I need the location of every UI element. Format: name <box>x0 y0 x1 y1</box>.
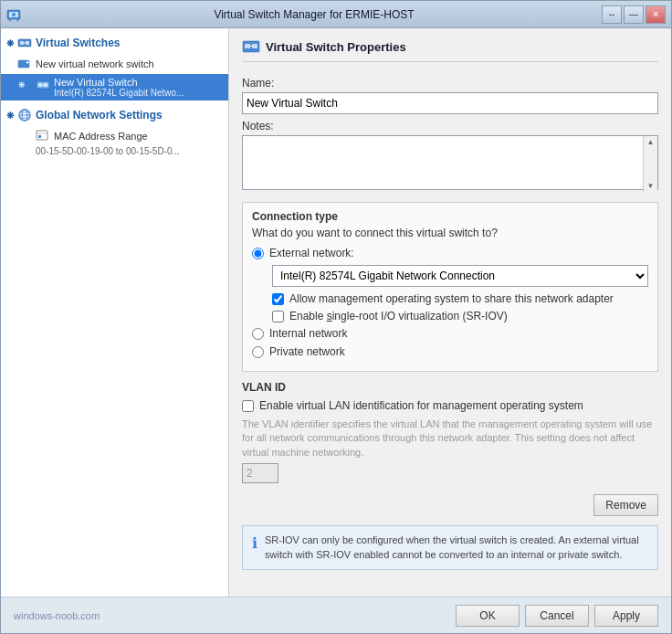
bottom-buttons: OK Cancel Apply <box>456 605 658 627</box>
bottom-bar: windows-noob.com OK Cancel Apply <box>1 597 671 633</box>
ok-button[interactable]: OK <box>456 605 520 627</box>
watermark: windows-noob.com <box>14 610 100 621</box>
svg-line-3 <box>8 19 11 21</box>
vlan-id-title: VLAN ID <box>242 381 658 394</box>
private-network-label: Private network <box>269 345 345 358</box>
sr-iov-checkbox[interactable] <box>272 311 284 322</box>
new-switch-label: New virtual network switch <box>36 58 154 69</box>
name-input[interactable] <box>242 92 658 114</box>
svg-point-2 <box>12 13 16 16</box>
remove-btn-row: Remove <box>242 494 658 516</box>
new-switch-icon: + <box>17 57 32 71</box>
notes-wrapper: ▲ ▼ <box>242 135 658 193</box>
selected-switch-text: New Virtual Switch Intel(R) 82574L Gigab… <box>54 77 184 98</box>
vlan-checkbox-row: Enable virtual LAN identification for ma… <box>242 399 658 412</box>
cancel-button[interactable]: Cancel <box>525 605 589 627</box>
info-text: SR-IOV can only be configured when the v… <box>265 534 648 562</box>
external-network-dropdown-wrapper: Intel(R) 82574L Gigabit Network Connecti… <box>272 265 648 287</box>
external-network-row: External network: <box>252 247 648 259</box>
title-bar-icon <box>6 7 21 22</box>
info-bar: ℹ SR-IOV can only be configured when the… <box>242 525 658 570</box>
mac-address-range-item[interactable]: MAC Address Range <box>1 126 228 146</box>
virtual-switches-icon <box>17 36 32 50</box>
mac-address-range-label: MAC Address Range <box>54 131 148 142</box>
notes-scrollbar[interactable]: ▲ ▼ <box>643 136 657 192</box>
info-icon: ℹ <box>252 534 257 562</box>
global-network-settings-label: Global Network Settings <box>36 109 163 122</box>
close-button[interactable]: ✕ <box>646 5 666 24</box>
internal-network-label: Internal network <box>269 327 347 340</box>
internal-network-radio[interactable] <box>252 328 264 340</box>
virtual-switches-label: Virtual Switches <box>36 37 120 49</box>
name-label: Name: <box>242 77 658 90</box>
vlan-checkbox[interactable] <box>242 400 254 412</box>
remove-button[interactable]: Remove <box>593 494 658 516</box>
title-bar-title: Virtual Switch Manager for ERMIE-HOST <box>26 8 602 21</box>
restore-button[interactable]: ↔ <box>602 5 622 24</box>
svg-rect-6 <box>20 41 24 45</box>
svg-line-4 <box>16 19 19 21</box>
connection-type-question: What do you want to connect this virtual… <box>252 227 648 239</box>
connection-type-title: Connection type <box>252 210 648 223</box>
external-network-dropdown[interactable]: Intel(R) 82574L Gigabit Network Connecti… <box>272 265 648 287</box>
main-content: ❋ Virtual Switches + <box>1 28 671 597</box>
main-window: Virtual Switch Manager for ERMIE-HOST ↔ … <box>0 0 672 634</box>
sr-iov-label: Enable single-root I/O virtualization (S… <box>289 310 508 322</box>
vlan-id-section: VLAN ID Enable virtual LAN identificatio… <box>242 381 658 483</box>
left-panel: ❋ Virtual Switches + <box>1 28 229 597</box>
svg-rect-14 <box>44 83 47 87</box>
global-settings-icon <box>17 108 32 122</box>
internal-network-row: Internal network <box>252 327 648 340</box>
svg-rect-25 <box>245 44 250 48</box>
svg-rect-7 <box>26 41 29 45</box>
selected-switch-name: New Virtual Switch <box>54 77 184 88</box>
svg-rect-23 <box>38 135 41 138</box>
new-switch-item[interactable]: + New virtual network switch <box>1 54 228 74</box>
mac-address-range-value: 00-15-5D-00-19-00 to 00-15-5D-0... <box>1 146 228 158</box>
sr-iov-row: Enable single-root I/O virtualization (S… <box>272 310 648 322</box>
selected-switch-expand-icon: ❋ <box>17 78 32 92</box>
svg-text:+: + <box>26 58 30 67</box>
virtual-switches-header[interactable]: ❋ Virtual Switches <box>1 32 228 54</box>
external-network-label: External network: <box>269 247 354 259</box>
selected-switch-icon <box>36 78 50 92</box>
allow-management-label: Allow management operating system to sha… <box>289 292 614 305</box>
apply-button[interactable]: Apply <box>594 605 658 627</box>
right-panel: Virtual Switch Properties Name: Notes: ▲… <box>229 28 671 597</box>
svg-rect-21 <box>37 131 47 140</box>
private-network-radio[interactable] <box>252 346 264 358</box>
svg-rect-26 <box>252 44 257 48</box>
svg-rect-13 <box>38 83 42 87</box>
scroll-down-arrow[interactable]: ▼ <box>647 182 655 190</box>
notes-label: Notes: <box>242 120 658 132</box>
allow-management-checkbox[interactable] <box>272 293 284 305</box>
notes-textarea[interactable] <box>242 135 658 190</box>
mac-address-icon <box>36 129 50 143</box>
vlan-input[interactable] <box>242 463 278 483</box>
title-bar: Virtual Switch Manager for ERMIE-HOST ↔ … <box>1 1 671 28</box>
expand-icon-vs: ❋ <box>6 38 14 48</box>
vlan-checkbox-label: Enable virtual LAN identification for ma… <box>259 399 583 412</box>
expand-icon-gns: ❋ <box>6 111 14 121</box>
selected-switch-item[interactable]: ❋ New Virtual Switch Intel(R) 82574L Gig… <box>1 74 228 100</box>
panel-header-title: Virtual Switch Properties <box>266 40 406 54</box>
panel-header-icon <box>242 37 260 56</box>
svg-text:❋: ❋ <box>18 80 26 89</box>
selected-switch-adapter: Intel(R) 82574L Gigabit Netwo... <box>54 88 184 98</box>
global-network-settings-header[interactable]: ❋ Global Network Settings <box>1 104 228 126</box>
scroll-up-arrow[interactable]: ▲ <box>647 138 655 146</box>
title-bar-controls: ↔ — ✕ <box>602 5 666 24</box>
connection-type-section: Connection type What do you want to conn… <box>242 202 658 372</box>
panel-header: Virtual Switch Properties <box>242 37 658 62</box>
minimize-button[interactable]: — <box>624 5 644 24</box>
external-network-radio[interactable] <box>252 248 264 259</box>
vlan-description: The VLAN identifier specifies the virtua… <box>242 417 658 460</box>
private-network-row: Private network <box>252 345 648 358</box>
allow-management-row: Allow management operating system to sha… <box>272 292 648 305</box>
